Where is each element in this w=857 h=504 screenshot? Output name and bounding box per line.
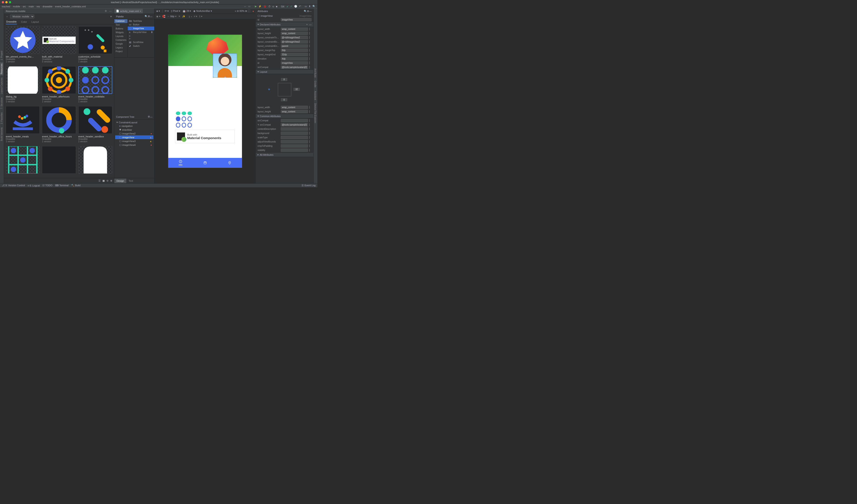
remove-attribute-icon[interactable]: — — [309, 23, 312, 26]
magnet-icon[interactable]: 🧲 — [162, 15, 165, 18]
gear-icon[interactable]: ⚙ — [105, 10, 108, 13]
grid-view-icon[interactable]: ▦ — [102, 179, 105, 182]
tab-drawable[interactable]: Drawable — [6, 19, 17, 24]
component-tree[interactable]: ▾ ConstraintLayout ≡navigation✱snackbar▢… — [114, 120, 154, 178]
palette-category[interactable]: Layouts — [114, 34, 128, 38]
default-margin-dropdown[interactable]: ↔ 8dp ▾ — [167, 15, 176, 18]
api-dropdown[interactable]: 🤖 28 ▾ — [183, 10, 191, 13]
tool-terminal[interactable]: ⌨ Terminal — [55, 184, 68, 187]
zoom-in-icon[interactable]: ⊕ — [110, 179, 112, 182]
constraint-widget[interactable]: ⊕ — [256, 74, 313, 105]
vcs-revert-button[interactable]: ↶ — [299, 5, 301, 8]
palette-category[interactable]: Common — [114, 19, 128, 23]
resource-item[interactable]: btn_pinned_events_thu…Drawable1 version — [6, 26, 40, 64]
pack-icon[interactable]: ⫿ ▾ — [189, 15, 192, 18]
tab-layout[interactable]: Layout — [31, 20, 39, 24]
surface-dropdown[interactable]: ◈ ▾ — [156, 10, 160, 13]
attr-input[interactable] — [281, 127, 308, 131]
add-resource-button[interactable]: ＋ — [6, 15, 8, 18]
tool-favorites[interactable]: 2: Favorites — [0, 111, 3, 125]
palette-item[interactable]: ▤ScrollView — [128, 40, 154, 44]
palette-item[interactable]: ≡RecyclerView⬇ — [128, 30, 154, 34]
tool-logcat[interactable]: ≡ 6: Logcat — [28, 184, 40, 187]
breadcrumb[interactable]: res — [37, 5, 40, 8]
debug-button[interactable]: 🐞 — [263, 5, 267, 8]
tool-todo[interactable]: ☑ TODO — [43, 184, 52, 187]
close-window-button[interactable] — [2, 1, 4, 3]
vcs-history-button[interactable]: 🕐 — [294, 5, 297, 8]
palette-item[interactable]: ▢ImageView — [128, 27, 154, 30]
list-view-icon[interactable]: ☰ — [98, 179, 101, 182]
search-everywhere-button[interactable]: 🔍 — [313, 5, 316, 8]
right-tool-strip[interactable]: Ant Build Gradle Assistant Device File E… — [313, 8, 317, 183]
attr-input[interactable] — [281, 57, 308, 60]
resource-item[interactable] — [6, 146, 40, 176]
attach-debugger-button[interactable]: ⎋ — [272, 5, 274, 8]
minimize-icon[interactable]: — — [150, 15, 152, 18]
attr-input[interactable] — [281, 66, 308, 69]
sdk-manager-button[interactable]: ⬇ — [309, 5, 311, 8]
imageview3-preview[interactable] — [175, 110, 193, 128]
design-canvas[interactable]: 32 Built with Material Components Info — [154, 19, 256, 183]
tool-build[interactable]: 🔨 Build — [71, 184, 81, 187]
back-button[interactable]: ← — [244, 5, 246, 8]
left-tool-strip[interactable]: 1: Project Resources Layout Captures 7: … — [0, 8, 4, 183]
theme-dropdown[interactable]: ◉ NoActionBar ▾ — [193, 10, 212, 13]
tool-ant-build[interactable]: Ant Build — [314, 67, 317, 79]
attr-input[interactable] — [281, 106, 308, 109]
breadcrumb[interactable]: event_header_codelabs.xml — [55, 5, 86, 8]
id-field[interactable] — [281, 18, 312, 21]
resource-grid[interactable]: btn_pinned_events_thu…Drawable1 versionB… — [4, 24, 114, 178]
attr-input[interactable] — [281, 32, 308, 35]
attr-input[interactable] — [281, 136, 308, 139]
breadcrumb[interactable]: mobile — [13, 5, 20, 8]
tab-text[interactable]: Text — [126, 179, 135, 183]
tree-root[interactable]: ▾ ConstraintLayout — [115, 120, 153, 124]
palette-item[interactable]: ▭Button — [128, 23, 154, 27]
minimize-icon[interactable]: — — [150, 116, 152, 118]
close-tab-icon[interactable]: × — [140, 10, 141, 13]
tree-node[interactable]: ▢imageView▲ — [115, 135, 153, 139]
breadcrumb[interactable]: main — [29, 5, 34, 8]
resource-item[interactable]: customize_scheduleDrawable1 version — [78, 26, 112, 64]
apply-changes-button[interactable]: ⚡ — [258, 5, 262, 8]
palette-category[interactable]: Containers — [114, 38, 128, 42]
attr-input[interactable] — [281, 144, 308, 147]
tree-node[interactable]: ▢imageView2● — [115, 132, 153, 135]
file-tab[interactable]: 📄 activity_main.xml × — [114, 9, 143, 13]
tree-node[interactable]: ▢imageView3▲ — [115, 139, 153, 143]
run-button[interactable]: ▶ — [255, 5, 257, 8]
tool-build-variants[interactable]: Build Variants — [0, 126, 3, 142]
palette-category[interactable]: Buttons — [114, 27, 128, 31]
breadcrumb[interactable]: drawable — [43, 5, 52, 8]
tree-node[interactable]: ✱snackbar — [115, 128, 153, 132]
resource-item[interactable]: event_header_afterhoursDrawable1 version — [42, 66, 76, 104]
tab-color[interactable]: Color — [20, 20, 27, 24]
search-icon[interactable]: 🔍 — [145, 15, 148, 18]
imageview-selected[interactable]: 32 — [213, 53, 237, 77]
attr-input[interactable] — [281, 28, 308, 31]
stop-button[interactable]: ■ — [276, 5, 278, 8]
nav-map[interactable] — [217, 158, 242, 168]
attr-input[interactable] — [281, 61, 308, 65]
minimize-icon[interactable]: — — [309, 10, 312, 13]
attr-input[interactable] — [281, 49, 308, 52]
tool-vcs[interactable]: ⎇ 9: Version Control — [2, 184, 25, 187]
breadcrumb[interactable]: iosched — [2, 5, 10, 8]
run-config-dropdown[interactable]: ▭ tv ▾ — [248, 5, 251, 8]
palette-item[interactable]: ⬋Switch — [128, 44, 154, 48]
margin-bottom-input[interactable] — [281, 98, 287, 101]
resource-item[interactable]: event_header_mealsDrawable1 version — [6, 106, 40, 144]
align-icon[interactable]: ≡ ▾ — [194, 15, 197, 18]
resource-item[interactable]: event_header_codelabsDrawable1 version — [78, 66, 112, 104]
palette-item[interactable]: AbTextView — [128, 19, 154, 23]
palette-category[interactable]: Project — [114, 50, 128, 53]
search-icon[interactable]: 🔍 — [304, 10, 307, 13]
tool-event-log[interactable]: ☰ Event Log — [302, 184, 316, 187]
attr-input[interactable] — [281, 36, 308, 39]
filter-icon[interactable]: ▼ — [110, 15, 112, 18]
resource-item[interactable]: Built withMaterial Componentsbuilt_with_… — [42, 26, 76, 64]
attr-input[interactable] — [281, 53, 308, 56]
attr-input[interactable] — [281, 140, 308, 143]
attr-input[interactable] — [281, 123, 308, 126]
